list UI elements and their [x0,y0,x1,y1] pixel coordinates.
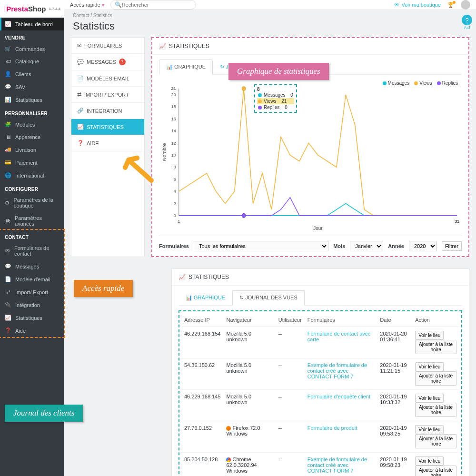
log-panel-title: 📈STATISTIQUES [172,269,469,286]
form-link[interactable]: Exemple de formulaire de contact créé av… [307,362,367,379]
th-ip[interactable]: Adresse IP [181,313,223,327]
sidebar-item-contact-email[interactable]: 📄Modèle d'email [0,273,64,286]
tab-journal-2[interactable]: ↻ JOURNAL DES VUES [232,290,305,306]
quick-access-menu[interactable]: Accès rapide ▾ [70,2,105,8]
chart-icon: 📈 [159,43,166,50]
chevron-down-icon: ▾ [102,2,105,8]
sidebar-item-sav[interactable]: 💬SAV [0,80,64,93]
sidebar-item-contact-import[interactable]: ⇄Import/ Export [0,286,64,298]
modnav-statistiques[interactable]: 📈STATISTIQUES [71,119,144,135]
form-link[interactable]: Formulaire de produit [307,425,357,431]
sidebar-item-modules[interactable]: 🧩Modules [0,118,64,131]
help-icon: ❓ [5,327,11,334]
puzzle-icon: 🧩 [5,121,11,128]
modnav-messages[interactable]: 💬MESSAGES7 [71,54,144,70]
table-row: 54.36.150.62 Mozilla 5.0 unknown -- Exem… [181,358,459,390]
svg-text:21: 21 [171,86,176,91]
cell-browser: Chrome 62.0.3202.94 Windows [223,453,275,476]
sidebar-item-stats[interactable]: 📊Statistiques [0,93,64,106]
modnav-integration[interactable]: 🔗INTÉGRATION [71,103,144,119]
svg-text:2: 2 [174,201,176,206]
tab-graphique-2[interactable]: 📊 GRAPHIQUE [178,290,232,305]
chart-tooltip: 8 Messages 0 Views 21 Replies 0 [254,84,297,113]
th-date[interactable]: Date [377,313,412,327]
sidebar-section-vendre: VENDRE [0,30,64,42]
sidebar-item-contact-help[interactable]: ❓Aide [0,324,64,337]
template-icon: 📄 [5,276,11,282]
form-link[interactable]: Formulaire de contact avec carte [307,331,371,342]
sidebar-item-adv-params[interactable]: 🛠Paramètres avancés [0,212,64,230]
tab-graphique[interactable]: 📊 GRAPHIQUE [159,60,213,75]
cell-user: -- [276,358,305,390]
chart-icon: 📊 [5,97,11,103]
browser-icon [226,457,231,462]
th-browser[interactable]: Navigateur [223,313,275,327]
view-location-button[interactable]: Voir le lieu [415,394,444,403]
th-form[interactable]: Formulaires [305,313,377,327]
filter-form-select[interactable]: Tous les formulaires [194,241,328,251]
filter-year-select[interactable]: 2020 [409,241,437,251]
help-button[interactable]: ? [462,15,472,25]
search-input-wrap[interactable]: 🔍 [110,0,196,10]
blacklist-button[interactable]: Ajouter à la liste noire [415,434,456,448]
filter-year-label: Année [388,243,404,249]
view-location-button[interactable]: Voir le lieu [415,362,444,371]
modnav-aide[interactable]: ❓AIDE [71,135,144,151]
blacklist-button[interactable]: Ajouter à la liste noire [415,466,456,476]
panel-title: 📈STATISTIQUES [152,38,468,55]
sidebar-item-commandes[interactable]: 🛒Commandes [0,42,64,55]
sidebar-item-international[interactable]: 🌐International [0,169,64,182]
view-location-button[interactable]: Voir le lieu [415,456,444,466]
card-icon: 💳 [5,159,11,166]
blacklist-button[interactable]: Ajouter à la liste noire [415,340,456,354]
view-shop-link[interactable]: 👁Voir ma boutique [394,2,441,8]
notifications-icon[interactable]: 🏆 [447,2,454,8]
sidebar-item-paiement[interactable]: 💳Paiement [0,156,64,169]
plug-icon: 🔗 [77,108,84,114]
cell-date: 2020-01-19 10:33:32 [377,390,412,421]
sidebar-item-contact-stats[interactable]: 📈Statistiques [0,311,64,324]
chart-icon: 📈 [77,124,84,130]
sidebar-item-shop-params[interactable]: ⚙Paramètres de la boutique [0,194,64,212]
view-location-button[interactable]: Voir le lieu [415,425,444,434]
chart-legend: Messages Views Replies [383,80,458,86]
cell-user: -- [276,327,305,358]
breadcrumb: Contact / Statistics [64,10,462,18]
th-user[interactable]: Utilisateur [276,313,305,327]
sidebar-item-catalogue[interactable]: 🏷Catalogue [0,55,64,68]
sidebar-item-apparence[interactable]: 🖥Apparence [0,131,64,143]
modnav-formulaires[interactable]: ✉FORMULAIRES [71,38,144,54]
sidebar-item-livraison[interactable]: 🚚Livraison [0,143,64,156]
plug-icon: 🔌 [5,302,11,308]
page-title: Statistics [64,18,462,37]
filter-month-select[interactable]: Janvier [350,241,383,251]
form-link[interactable]: Formulaire d'enquête client [307,394,370,399]
modnav-import[interactable]: ⇄IMPORT/ EXPORT [71,87,144,103]
search-input[interactable] [122,2,192,8]
svg-text:8: 8 [174,165,176,169]
sidebar-section-perso: PERSONNALISER [0,106,64,118]
filter-button[interactable]: Filtrer [442,241,462,251]
sidebar-item-clients[interactable]: 👤Clients [0,68,64,80]
sidebar-item-dashboard[interactable]: 📈Tableau de bord [0,18,64,30]
modnav-modeles[interactable]: 📄MODÈLES EMAIL [71,70,144,87]
dashboard-icon: 📈 [5,21,11,27]
callout-chart: Graphique de statistiques [228,63,329,80]
blacklist-button[interactable]: Ajouter à la liste noire [415,371,456,386]
svg-text:14: 14 [171,129,176,133]
sidebar-item-contact-forms[interactable]: ✉Formulaires de contact [0,242,64,260]
avatar[interactable] [461,0,470,10]
chart-svg: 024681012141618202113131NombreJour [159,79,462,232]
form-link[interactable]: Exemple de formulaire de contact créé av… [307,456,367,474]
cell-browser: Firefox 72.0 Windows [223,421,275,453]
logo-icon [4,5,4,13]
sidebar-item-contact-messages[interactable]: 💬Messages [0,260,64,273]
cell-ip: 46.229.168.145 [181,390,223,421]
chart-filters: Formulaires Tous les formulaires Mois Ja… [159,236,462,251]
sliders-icon: 🛠 [5,218,11,224]
sidebar-item-contact-integration[interactable]: 🔌Intégration [0,298,64,311]
cell-actions: Voir le lieu Ajouter à la liste noire [412,358,459,390]
cell-actions: Voir le lieu Ajouter à la liste noire [412,390,459,421]
blacklist-button[interactable]: Ajouter à la liste noire [415,403,456,417]
view-location-button[interactable]: Voir le lieu [415,331,444,340]
